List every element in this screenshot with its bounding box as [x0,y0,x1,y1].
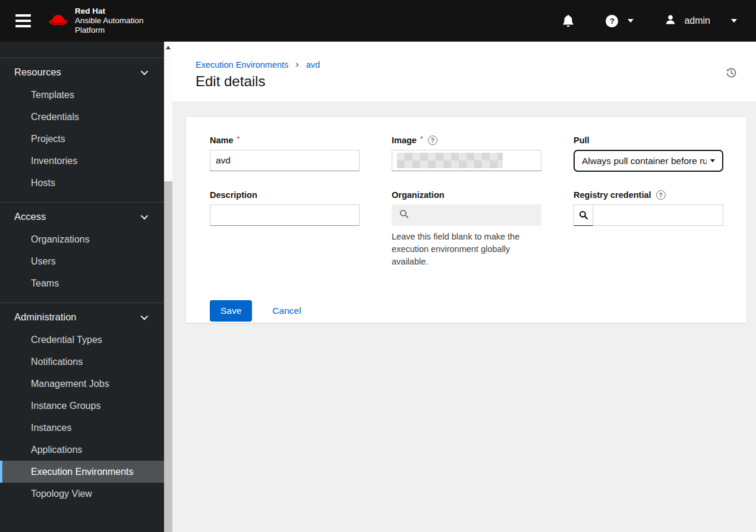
registry-credential-help-icon[interactable]: ? [656,190,666,200]
form-actions: Save Cancel [210,300,723,322]
user-caret-down-icon [731,19,737,23]
breadcrumb-link-avd[interactable]: avd [306,60,320,70]
required-asterisk: * [237,135,240,143]
sidebar-item-templates[interactable]: Templates [0,84,164,106]
page-title: Edit details [196,73,756,90]
registry-credential-input[interactable] [593,204,723,226]
image-field-group: Image * ? [392,136,541,172]
sidebar-group-label: Administration [14,311,77,323]
image-help-icon[interactable]: ? [428,136,437,145]
sidebar-item-topology-view[interactable]: Topology View [0,483,164,505]
sidebar-item-projects[interactable]: Projects [0,128,164,150]
chevron-down-icon [141,212,149,220]
breadcrumb: Execution Environments › avd [196,59,756,70]
chevron-down-icon [141,313,149,320]
sidebar-scrollbar[interactable] [164,42,172,532]
caret-down-icon [710,159,715,162]
user-name: admin [684,15,710,26]
sidebar-item-inventories[interactable]: Inventories [0,150,164,172]
sidebar-item-applications[interactable]: Applications [0,439,164,461]
brand-text: Red Hat Ansible Automation Platform [75,7,144,36]
sidebar-section-administration: Administration Credential Types Notifica… [0,303,164,513]
organization-helper-text: Leave this field blank to make the execu… [392,231,541,268]
registry-credential-field-group: Registry credential ? [574,190,723,268]
redacted-value [397,153,503,168]
page-header: Execution Environments › avd Edit detail… [172,42,756,101]
search-icon [399,209,409,221]
sidebar-item-management-jobs[interactable]: Management Jobs [0,373,164,395]
breadcrumb-link-execution-environments[interactable]: Execution Environments [196,60,288,70]
sidebar-group-label: Access [14,211,46,222]
notifications-bell-icon[interactable] [562,14,575,28]
user-menu[interactable]: admin [664,14,737,28]
organization-label: Organization [392,190,445,200]
sidebar-item-credential-types[interactable]: Credential Types [0,329,164,351]
sidebar-item-organizations[interactable]: Organizations [0,228,164,250]
sidebar-section-resources: Resources Templates Credentials Projects… [0,58,164,202]
sidebar-item-execution-environments[interactable]: Execution Environments [0,461,164,483]
pull-select[interactable]: Always pull container before runn… [574,150,723,172]
name-input[interactable] [210,150,360,171]
user-icon [664,14,676,28]
organization-lookup[interactable] [392,204,541,226]
help-menu[interactable]: ? [606,15,634,27]
description-field-group: Description [210,190,360,268]
sidebar-group-resources[interactable]: Resources [0,58,164,84]
red-hat-logo-icon [48,12,69,30]
sidebar-item-instances[interactable]: Instances [0,417,164,439]
required-asterisk: * [420,135,423,143]
sidebar-item-instance-groups[interactable]: Instance Groups [0,395,164,417]
scroll-up-arrow-icon[interactable] [166,46,171,49]
sidebar-section-access: Access Organizations Users Teams [0,202,164,303]
name-label: Name [210,136,234,145]
pull-label: Pull [574,136,590,145]
breadcrumb-separator-icon: › [295,60,299,68]
chevron-down-icon [141,68,149,75]
sidebar-item-teams[interactable]: Teams [0,272,164,294]
brand-logo[interactable]: Red Hat Ansible Automation Platform [48,7,144,36]
menu-icon[interactable] [15,14,31,27]
sidebar-group-access[interactable]: Access [0,203,164,228]
brand-line-1: Red Hat [75,7,105,15]
sidebar-item-users[interactable]: Users [0,250,164,272]
image-input[interactable] [392,150,541,171]
organization-field-group: Organization Leave this field blank to m… [392,190,541,268]
image-label: Image [392,136,417,145]
description-input[interactable] [210,204,360,226]
sidebar-scrolled-sliver [0,42,164,58]
sidebar-nav: Resources Templates Credentials Projects… [0,42,164,532]
history-icon[interactable] [725,67,738,81]
help-caret-down-icon [628,19,634,23]
edit-details-card: Name * Image * ? [186,117,746,323]
help-icon[interactable]: ? [606,15,618,27]
sidebar-item-credentials[interactable]: Credentials [0,106,164,128]
registry-credential-lookup [574,204,723,226]
registry-credential-search-button[interactable] [574,204,593,226]
pull-selected-value: Always pull container before runn… [582,156,707,166]
pull-field-group: Pull Always pull container before runn… [574,136,723,172]
registry-credential-label: Registry credential [574,190,651,200]
masthead: Red Hat Ansible Automation Platform ? ad… [0,0,756,42]
scrollbar-thumb[interactable] [164,181,172,532]
sidebar-group-label: Resources [14,67,61,78]
save-button[interactable]: Save [210,300,252,322]
brand-line-3: Platform [75,26,105,34]
cancel-button[interactable]: Cancel [272,300,301,322]
name-field-group: Name * [210,136,360,172]
sidebar-item-notifications[interactable]: Notifications [0,351,164,373]
description-label: Description [210,190,257,200]
main-content: Execution Environments › avd Edit detail… [172,42,756,532]
brand-line-2: Ansible Automation [75,16,144,25]
sidebar-group-administration[interactable]: Administration [0,303,164,329]
sidebar-item-hosts[interactable]: Hosts [0,172,164,194]
